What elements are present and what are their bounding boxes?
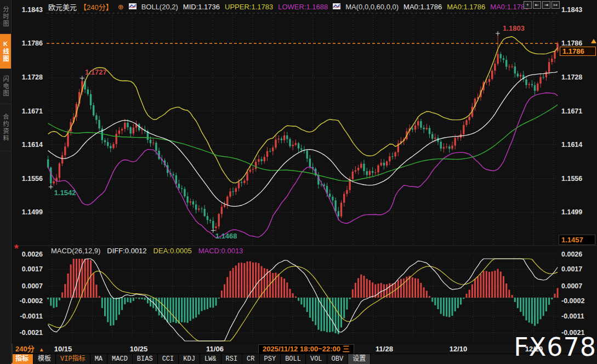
axis-tick-label: 1.1843 bbox=[561, 6, 582, 14]
toolbar-item-cci[interactable]: CCI bbox=[158, 354, 179, 364]
axis-tick-label: 1.1499 bbox=[561, 208, 582, 216]
ma60-line bbox=[48, 105, 558, 181]
chart-header: 欧元美元 【240分】 ⊕ BOLL(20,2) MID:1.1736 UPPE… bbox=[48, 2, 528, 12]
axis-tick-label: 1.1728 bbox=[22, 73, 43, 81]
boll-lower-line bbox=[48, 93, 558, 238]
axis-tick-label: 1.1614 bbox=[22, 141, 43, 149]
toolbar-item-indicators[interactable]: 指标 bbox=[11, 354, 33, 364]
ma0-white-value: MA0:1.1786 bbox=[403, 3, 442, 11]
axis-tick-label: 0.0026 bbox=[561, 251, 582, 258]
period-label: 【240分】 bbox=[79, 2, 113, 12]
x-axis-date: 12/10 bbox=[450, 344, 468, 354]
axis-tick-label: 1.1786 bbox=[22, 39, 43, 47]
macd-diff-value: DIFF:0.0012 bbox=[107, 247, 146, 255]
add-compare-icon[interactable]: ⊕ bbox=[118, 3, 124, 11]
ma0-yellow-value: MA0:1.1786 bbox=[447, 3, 485, 11]
toolbar-item-bias[interactable]: BIAS bbox=[133, 354, 158, 364]
axis-tick-label: 0.0007 bbox=[22, 282, 43, 290]
axis-tick-label: -0.0011 bbox=[20, 312, 43, 320]
indicator-toolbar: 指标模板VIP指标MAMACDBIASCCIKDJLW&RSICRPSYBOLL… bbox=[11, 354, 597, 364]
ma-label: MA(0,0,0,60,0,0) bbox=[345, 3, 399, 11]
toolbar-item-boll[interactable]: BOLL bbox=[281, 354, 306, 364]
axis-tick-label: -0.0021 bbox=[20, 329, 43, 337]
axis-tick-label: 0.0017 bbox=[22, 265, 43, 273]
toolbar-item-vip-indicators[interactable]: VIP指标 bbox=[56, 354, 90, 364]
toolbar-item-cr[interactable]: CR bbox=[242, 354, 259, 364]
kline-macd-plot: 1.17271.15421.14681.18031.18431.18431.17… bbox=[0, 0, 597, 344]
sidebar-tab-time-share-chart[interactable]: 分时图 bbox=[0, 0, 11, 34]
toolbar-item-kdj[interactable]: KDJ bbox=[179, 354, 200, 364]
axis-tick-label: 1.1499 bbox=[22, 208, 43, 216]
timeframe-up-triangle-icon: ▲ bbox=[39, 346, 44, 352]
extreme-price-annotation: 1.1468 bbox=[215, 232, 237, 240]
watermark-logo: FX678 bbox=[514, 334, 596, 360]
price-up-arrow-icon bbox=[591, 39, 596, 43]
pan-right-button[interactable]: ↦ bbox=[551, 1, 560, 9]
x-axis-date: 11/06 bbox=[206, 344, 224, 354]
axis-tick-label: 1.1843 bbox=[22, 6, 43, 14]
axis-tick-label: 1.1728 bbox=[561, 73, 582, 81]
boll-upper-line bbox=[48, 37, 558, 183]
macd-label: MACD(26,12,9) bbox=[51, 247, 100, 255]
toolbar-item-macd[interactable]: MACD bbox=[107, 354, 133, 364]
boll-lower-value: LOWER:1.1688 bbox=[278, 3, 328, 11]
axis-tick-label: 0.0017 bbox=[561, 265, 582, 273]
sidebar-tab-contract-info[interactable]: 合约资料 bbox=[0, 104, 11, 151]
axis-tick-label: -0.0002 bbox=[20, 297, 43, 305]
indicator-marker-icon[interactable]: * bbox=[14, 243, 19, 253]
x-axis-date: 11/28 bbox=[376, 344, 393, 354]
zoom-in-button[interactable]: ⇥ bbox=[542, 1, 550, 9]
axis-tick-label: 1.1556 bbox=[22, 175, 43, 183]
axis-tick-label: 1.1614 bbox=[561, 141, 582, 149]
toolbar-item-lwr[interactable]: LW& bbox=[200, 354, 221, 364]
ma0-magenta-value: MA0:1.1786 bbox=[490, 3, 528, 11]
sidebar-tab-candlestick-chart[interactable]: K线图 bbox=[0, 34, 11, 69]
session-low-price-box: 1.1457 bbox=[559, 235, 595, 245]
x-axis-row: 240分▲ 2025/11/12 18:00~22:00 三 10/1510/2… bbox=[11, 344, 597, 354]
candlestick-layer bbox=[47, 33, 559, 231]
x-axis-date: 10/25 bbox=[130, 344, 148, 354]
axis-tick-label: 1.1671 bbox=[561, 107, 582, 115]
axis-tick-label: 1.1671 bbox=[22, 107, 43, 115]
macd-dea-value: DEA:0.0005 bbox=[153, 247, 192, 255]
extreme-price-annotation: 1.1727 bbox=[85, 68, 107, 76]
boll-mid-value: MID:1.1736 bbox=[183, 3, 220, 11]
boll-label: BOLL(20,2) bbox=[141, 3, 178, 11]
toolbar-item-psy[interactable]: PSY bbox=[260, 354, 281, 364]
chart-type-sidebar: 分时图 K线图 闪电图 合约资料 bbox=[0, 0, 12, 364]
overlay-lines-layer bbox=[47, 37, 559, 341]
axis-tick-label: -0.0011 bbox=[561, 312, 584, 320]
extreme-price-annotation: 1.1803 bbox=[503, 24, 525, 32]
toolbar-item-obv[interactable]: OBV bbox=[327, 354, 349, 364]
toolbar-item-settings[interactable]: 设置 bbox=[348, 354, 371, 364]
sidebar-tab-flash-chart[interactable]: 闪电图 bbox=[0, 69, 11, 104]
macd-header: MACD(26,12,9) DIFF:0.0012 DEA:0.0005 MAC… bbox=[51, 247, 243, 255]
boll-upper-value: UPPER:1.1783 bbox=[225, 3, 273, 11]
kline-app-window: 分时图 K线图 闪电图 合约资料 欧元美元 【240分】 ⊕ BOLL(20,2… bbox=[0, 0, 597, 364]
toolbar-item-rsi[interactable]: RSI bbox=[221, 354, 243, 364]
toolbar-item-vol[interactable]: VOL bbox=[306, 354, 327, 364]
current-price-box: 1.1786 bbox=[560, 47, 596, 56]
crosshair-tool-button[interactable]: + bbox=[524, 1, 532, 9]
axis-tick-label: 0.0026 bbox=[22, 251, 43, 258]
crosshair-date-box: 2025/11/12 18:00~22:00 三 bbox=[258, 344, 354, 354]
x-axis-date: 10/15 bbox=[54, 344, 72, 354]
zoom-out-button[interactable]: ⇤ bbox=[533, 1, 541, 9]
axis-tick-label: 1.1556 bbox=[561, 175, 582, 183]
boll-indicator-icon bbox=[129, 3, 137, 11]
toolbar-item-ma[interactable]: MA bbox=[90, 354, 107, 364]
chart-canvas[interactable]: 1.17271.15421.14681.18031.18431.18431.17… bbox=[0, 0, 597, 344]
toolbar-item-templates[interactable]: 模板 bbox=[33, 354, 56, 364]
macd-histogram-layer bbox=[48, 259, 558, 334]
ma-indicator-icon bbox=[333, 3, 340, 11]
axis-tick-label: 0.0007 bbox=[561, 282, 582, 290]
extreme-price-annotation: 1.1542 bbox=[54, 189, 76, 197]
macd-hist-value: MACD:0.0013 bbox=[198, 247, 243, 255]
axis-tick-label: -0.0002 bbox=[561, 297, 584, 305]
symbol-name: 欧元美元 bbox=[48, 2, 77, 12]
chart-tool-buttons: + ⇤ ⇥ ↦ bbox=[524, 1, 560, 9]
